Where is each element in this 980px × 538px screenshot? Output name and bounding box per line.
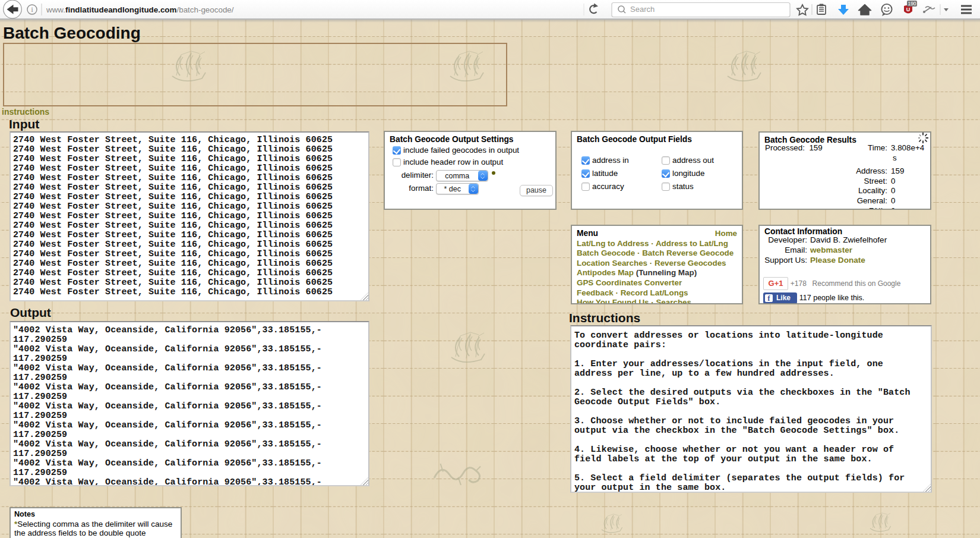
svg-text:190: 190 [908,1,916,7]
svg-text:www.findlatitudeandlongitude.c: www.findlatitudeandlongitude.com/batch-g… [46,5,234,14]
svg-text:Search: Search [630,5,655,14]
svg-text:i: i [31,6,33,13]
svg-text:U: U [906,7,911,12]
